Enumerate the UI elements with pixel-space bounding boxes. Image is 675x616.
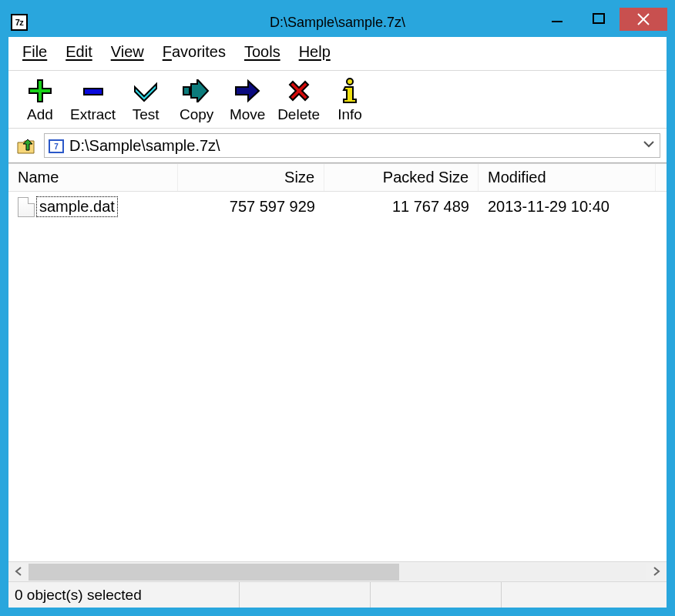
file-name: sample.dat	[36, 196, 118, 217]
copy-arrow-icon	[182, 77, 211, 105]
menu-favorites-rest: avorites	[172, 43, 226, 60]
col-packed[interactable]: Packed Size	[324, 164, 479, 191]
col-name[interactable]: Name	[8, 164, 178, 191]
check-icon	[132, 77, 160, 105]
move-button[interactable]: Move	[222, 75, 273, 125]
app-icon: 7z	[11, 14, 28, 31]
cell-name: sample.dat	[8, 195, 178, 219]
delete-button[interactable]: Delete	[273, 75, 324, 125]
pathbar: 7 D:\Sample\sample.7z\	[8, 129, 667, 163]
status-selection: 0 object(s) selected	[8, 582, 240, 608]
delete-label: Delete	[277, 106, 320, 123]
info-button[interactable]: Info	[324, 75, 375, 125]
cell-packed: 11 767 489	[324, 196, 479, 217]
up-folder-button[interactable]	[15, 134, 38, 157]
svg-rect-1	[593, 14, 604, 23]
scroll-left-icon[interactable]	[8, 565, 29, 579]
statusbar: 0 object(s) selected	[8, 581, 667, 608]
col-modified[interactable]: Modified	[479, 164, 656, 191]
archive-icon: 7	[48, 137, 65, 154]
info-icon	[340, 77, 360, 105]
column-headers: Name Size Packed Size Modified	[8, 164, 667, 192]
close-button[interactable]	[620, 8, 667, 31]
cell-modified: 2013-11-29 10:40	[479, 196, 656, 217]
scroll-track[interactable]	[29, 564, 646, 581]
menu-edit[interactable]: Edit	[61, 42, 96, 62]
extract-button[interactable]: Extract	[65, 75, 120, 125]
cell-size: 757 597 929	[178, 196, 324, 217]
table-row[interactable]: sample.dat 757 597 929 11 767 489 2013-1…	[8, 192, 667, 222]
copy-label: Copy	[180, 106, 213, 123]
add-button[interactable]: Add	[15, 75, 65, 125]
path-text: D:\Sample\sample.7z\	[69, 137, 220, 155]
menu-help[interactable]: Help	[294, 42, 335, 62]
svg-point-6	[347, 79, 353, 85]
add-label: Add	[27, 106, 53, 123]
horizontal-scrollbar[interactable]	[8, 561, 667, 581]
status-cell-3	[371, 582, 502, 608]
menu-view[interactable]: View	[106, 42, 149, 62]
file-icon	[18, 197, 35, 217]
plus-icon	[27, 77, 53, 105]
app-window: 7z D:\Sample\sample.7z\ File Edit View F…	[8, 8, 667, 608]
extract-label: Extract	[70, 106, 116, 123]
file-list: Name Size Packed Size Modified sample.da…	[8, 163, 667, 581]
svg-rect-4	[84, 89, 102, 95]
copy-button[interactable]: Copy	[171, 75, 222, 125]
info-label: Info	[338, 106, 362, 123]
toolbar: Add Extract Test Copy	[8, 71, 667, 129]
svg-rect-5	[183, 87, 190, 95]
menu-favorites[interactable]: Favorites	[158, 42, 230, 62]
svg-text:7: 7	[54, 142, 59, 151]
move-label: Move	[230, 106, 265, 123]
menubar: File Edit View Favorites Tools Help	[8, 37, 667, 71]
client-area: File Edit View Favorites Tools Help Add …	[8, 37, 667, 608]
move-arrow-icon	[233, 77, 262, 105]
file-rows: sample.dat 757 597 929 11 767 489 2013-1…	[8, 192, 667, 561]
test-label: Test	[133, 106, 160, 123]
minus-icon	[80, 77, 106, 105]
titlebar: 7z D:\Sample\sample.7z\	[8, 8, 667, 37]
up-folder-icon	[15, 135, 37, 156]
col-size[interactable]: Size	[178, 164, 324, 191]
maximize-button[interactable]	[578, 8, 620, 31]
menu-file[interactable]: File	[18, 42, 52, 62]
menu-tools[interactable]: Tools	[240, 42, 285, 62]
delete-x-icon	[287, 77, 311, 105]
chevron-down-icon[interactable]	[643, 138, 655, 154]
test-button[interactable]: Test	[120, 75, 171, 125]
scroll-thumb[interactable]	[29, 564, 399, 581]
path-field[interactable]: 7 D:\Sample\sample.7z\	[44, 133, 660, 158]
window-controls	[536, 8, 667, 31]
status-cell-2	[240, 582, 371, 608]
minimize-button[interactable]	[536, 8, 578, 31]
scroll-right-icon[interactable]	[646, 565, 667, 579]
